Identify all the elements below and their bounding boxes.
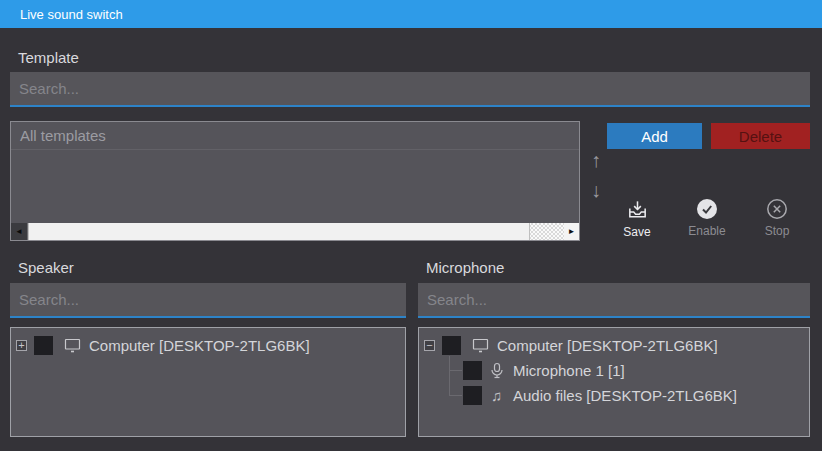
audio-files-checkbox[interactable] <box>463 386 482 405</box>
tree-item-label: Microphone 1 [1] <box>513 362 625 379</box>
tree-item-label: Computer [DESKTOP-2TLG6BK] <box>497 337 718 354</box>
expand-icon[interactable]: + <box>16 340 27 351</box>
microphone-tree[interactable]: − Computer [DESKTOP-2TLG6BK] Microphone … <box>418 327 810 437</box>
computer-checkbox[interactable] <box>442 336 461 355</box>
template-list-header: All templates <box>11 122 579 150</box>
speaker-tree[interactable]: + Computer [DESKTOP-2TLG6BK] <box>10 327 406 437</box>
enable-check-icon <box>696 198 718 220</box>
scrollbar-right-arrow-icon[interactable]: ► <box>564 223 579 240</box>
enable-label: Enable <box>688 224 725 238</box>
tree-row-microphone-1[interactable]: Microphone 1 [1] <box>463 360 625 380</box>
titlebar[interactable]: Live sound switch <box>0 0 822 28</box>
tree-connector-branch <box>449 395 462 396</box>
stop-button[interactable]: Stop <box>753 198 801 238</box>
computer-checkbox[interactable] <box>34 336 53 355</box>
template-search-input[interactable] <box>10 72 810 107</box>
window-title: Live sound switch <box>20 7 123 22</box>
speaker-search-input[interactable] <box>10 283 406 318</box>
delete-button[interactable]: Delete <box>711 123 810 149</box>
collapse-icon[interactable]: − <box>424 340 435 351</box>
speaker-section-label: Speaker <box>18 259 74 276</box>
enable-button[interactable]: Enable <box>683 198 731 238</box>
monitor-icon <box>472 337 489 354</box>
save-label: Save <box>623 225 650 239</box>
save-button[interactable]: Save <box>613 198 661 239</box>
save-icon <box>626 198 649 221</box>
tree-connector-branch <box>449 370 462 371</box>
live-sound-switch-window: { "window": { "title": "Live sound switc… <box>0 0 822 451</box>
tree-connector-vertical <box>449 356 450 395</box>
scrollbar-thumb[interactable] <box>28 223 530 240</box>
tree-item-label: Computer [DESKTOP-2TLG6BK] <box>89 337 310 354</box>
horizontal-scrollbar[interactable]: ◄ ► <box>11 223 579 240</box>
tree-row-computer[interactable]: + Computer [DESKTOP-2TLG6BK] <box>16 335 310 355</box>
microphone-1-checkbox[interactable] <box>463 361 482 380</box>
add-button[interactable]: Add <box>607 123 702 149</box>
template-list[interactable]: All templates ◄ ► <box>10 121 580 241</box>
tree-row-audio-files[interactable]: ♫ Audio files [DESKTOP-2TLG6BK] <box>463 385 737 405</box>
scrollbar-left-arrow-icon[interactable]: ◄ <box>11 223 28 240</box>
stop-x-icon <box>766 198 788 220</box>
move-down-icon[interactable]: ↓ <box>584 180 608 200</box>
monitor-icon <box>64 337 81 354</box>
microphone-section-label: Microphone <box>426 259 504 276</box>
template-section-label: Template <box>18 49 79 66</box>
scrollbar-track[interactable] <box>530 223 564 240</box>
tree-row-computer[interactable]: − Computer [DESKTOP-2TLG6BK] <box>424 335 718 355</box>
stop-label: Stop <box>765 224 790 238</box>
tree-item-label: Audio files [DESKTOP-2TLG6BK] <box>513 387 737 404</box>
music-note-icon: ♫ <box>488 387 505 404</box>
microphone-search-input[interactable] <box>418 283 810 318</box>
microphone-icon <box>488 362 505 379</box>
move-up-icon[interactable]: ↑ <box>584 150 608 170</box>
